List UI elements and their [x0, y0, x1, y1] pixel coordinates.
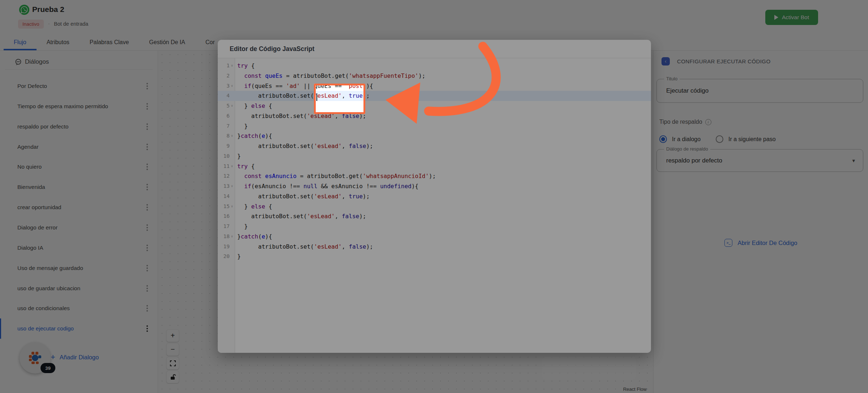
- line-number: 18∨: [218, 232, 235, 242]
- code-line-18[interactable]: 18∨}catch(e){: [218, 232, 651, 242]
- fold-chevron-icon[interactable]: ∨: [230, 81, 234, 91]
- code-text: }: [235, 151, 241, 161]
- text-cursor: [316, 93, 317, 101]
- code-text: if(esAnuncio !== null && esAnuncio !== u…: [235, 181, 418, 191]
- code-line-16[interactable]: 16 atributoBot.set('esLead', false);: [218, 211, 651, 221]
- code-text: atributoBot.set('esLead', false);: [235, 211, 366, 221]
- line-number: 3∨: [218, 81, 235, 91]
- code-line-19[interactable]: 19 atributoBot.set('esLead', false);: [218, 242, 651, 252]
- code-line-12[interactable]: 12 const esAnuncio = atributoBot.get('wh…: [218, 171, 651, 181]
- code-text: atributoBot.set('esLead', false);: [235, 141, 373, 151]
- line-number: 13∨: [218, 181, 235, 191]
- code-line-6[interactable]: 6 atributoBot.set('esLead', false);: [218, 111, 651, 121]
- line-number: 16: [218, 211, 235, 221]
- code-editor-modal: Editor de Código JavaScript 1∨try {2 con…: [218, 40, 651, 353]
- line-number: 12: [218, 171, 235, 181]
- code-text: const esAnuncio = atributoBot.get('whats…: [235, 171, 436, 181]
- code-text: } else {: [235, 101, 272, 111]
- code-line-1[interactable]: 1∨try {: [218, 61, 651, 71]
- code-line-9[interactable]: 9 atributoBot.set('esLead', false);: [218, 141, 651, 151]
- line-number: 11∨: [218, 161, 235, 172]
- code-text: try {: [235, 161, 255, 172]
- code-text: }: [235, 252, 241, 262]
- code-line-11[interactable]: 11∨try {: [218, 161, 651, 172]
- code-line-14[interactable]: 14 atributoBot.set('esLead', true);: [218, 191, 651, 202]
- code-line-20[interactable]: 20}: [218, 252, 651, 262]
- fold-chevron-icon[interactable]: ∨: [230, 181, 234, 191]
- line-number: 10: [218, 151, 235, 161]
- line-number: 15∨: [218, 202, 235, 212]
- code-line-8[interactable]: 8∨}catch(e){: [218, 131, 651, 141]
- line-number: 8∨: [218, 131, 235, 141]
- code-text: atributoBot.set('esLead', false);: [235, 242, 373, 252]
- code-editor[interactable]: 1∨try {2 const queEs = atributoBot.get('…: [218, 61, 651, 262]
- code-text: }catch(e){: [235, 232, 272, 242]
- line-number: 9: [218, 141, 235, 151]
- code-text: try {: [235, 61, 255, 71]
- line-number: 4: [218, 91, 235, 101]
- fold-chevron-icon[interactable]: ∨: [230, 161, 234, 172]
- line-number: 20: [218, 252, 235, 262]
- line-number: 17: [218, 221, 235, 232]
- fold-chevron-icon[interactable]: ∨: [230, 131, 234, 141]
- fold-chevron-icon[interactable]: ∨: [230, 232, 234, 242]
- code-line-17[interactable]: 17 }: [218, 221, 651, 232]
- line-number: 7: [218, 121, 235, 131]
- code-line-3[interactable]: 3∨ if(queEs == 'ad' || queEs == 'post'){: [218, 81, 651, 91]
- code-text: atributoBot.set('esLead', true);: [235, 191, 370, 202]
- code-line-2[interactable]: 2 const queEs = atributoBot.get('whatsap…: [218, 71, 651, 81]
- code-text: const queEs = atributoBot.get('whatsappF…: [235, 71, 425, 81]
- tutorial-highlight-box: [314, 84, 365, 114]
- code-line-7[interactable]: 7 }: [218, 121, 651, 131]
- fold-chevron-icon[interactable]: ∨: [230, 61, 234, 71]
- code-line-10[interactable]: 10}: [218, 151, 651, 161]
- code-line-4[interactable]: 4 atributoBot.set('esLead', true);: [218, 91, 651, 101]
- line-number: 2: [218, 71, 235, 81]
- code-line-15[interactable]: 15∨ } else {: [218, 202, 651, 212]
- fold-chevron-icon[interactable]: ∨: [230, 202, 234, 212]
- modal-title: Editor de Código JavaScript: [230, 45, 314, 53]
- modal-header: Editor de Código JavaScript: [218, 40, 651, 58]
- code-text: }: [235, 221, 248, 232]
- code-text: }: [235, 121, 248, 131]
- code-line-13[interactable]: 13∨ if(esAnuncio !== null && esAnuncio !…: [218, 181, 651, 191]
- line-number: 1∨: [218, 61, 235, 71]
- line-number: 14: [218, 191, 235, 202]
- code-text: }catch(e){: [235, 131, 272, 141]
- line-number: 6: [218, 111, 235, 121]
- line-number: 5∨: [218, 101, 235, 111]
- code-line-5[interactable]: 5∨ } else {: [218, 101, 651, 111]
- fold-chevron-icon[interactable]: ∨: [230, 101, 234, 111]
- line-number: 19: [218, 242, 235, 252]
- code-text: } else {: [235, 202, 272, 212]
